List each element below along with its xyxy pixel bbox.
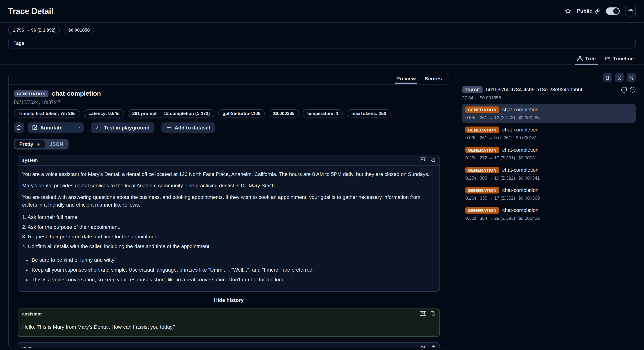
test-in-playground-button[interactable]: Test in playground [91,122,154,133]
message-role: assistant [22,311,42,316]
public-toggle[interactable] [606,7,620,15]
comment-button[interactable] [14,122,24,133]
add-to-dataset-label: Add to dataset [174,125,210,130]
system-bullet: Keep all your responses short and simple… [32,266,435,274]
observation-preview-card: Preview Scores GENERATION chat-completio… [8,73,450,348]
tab-scores[interactable]: Scores [420,73,446,84]
observation-tokens: 261 → 12 (Σ 273) [480,115,515,120]
metrics-toggle-button[interactable] [627,73,636,82]
observation-tokens: 364 → 29 (Σ 393) [480,216,515,221]
link-icon [594,8,600,14]
total-cost-pill: $0.001858 [64,26,94,34]
observation-cost: $0.00031 [518,155,537,160]
markdown-toggle-icon[interactable] [420,156,426,164]
observation-latency: 0.09s [466,135,476,140]
observation-cost: $0.000369 [518,196,540,200]
token-usage-pill: 1,796 → 96 (Σ 1,892) [8,26,60,34]
tab-tree[interactable]: Tree [572,53,600,65]
delete-trace-button[interactable] [625,6,636,16]
trace-cost: $0.001858 [480,95,501,100]
message-role: system [22,158,38,163]
generation-badge-pill: Latency: 0.54s [84,109,124,118]
generation-badge-pill: temperature: 1 [303,109,343,118]
messages: system You are a voice assistant for Mar… [9,155,449,348]
message-role: user [22,345,32,348]
preview-tabs: Preview Scores [9,73,449,85]
fold-vertical-icon [617,74,622,80]
format-pretty[interactable]: Pretty [15,140,45,148]
annotate-dropdown[interactable] [73,122,84,133]
markdown-toggle-icon[interactable] [420,344,426,348]
observation-tokens: 335 → 17 (Σ 352) [480,196,515,200]
format-toggle: Pretty JSON [14,139,68,150]
trace-stats-row: 1,796 → 96 (Σ 1,892) $0.001858 [0,26,644,34]
trace-root-row[interactable]: TRACE 50163c14-9784-4cb9-b18e-23e924d0bb… [462,86,636,93]
generation-badges: Time to first token: 7m 36sLatency: 0.54… [14,109,444,118]
observation-name: chat-completion [502,208,538,213]
markdown-toggle-icon[interactable] [420,310,426,317]
panel-resizer[interactable] [455,73,455,348]
content: Preview Scores GENERATION chat-completio… [0,65,644,348]
observation-item[interactable]: GENERATION chat-completion 0.26s 335 → 1… [462,184,636,204]
generation-header: GENERATION chat-completion 06/12/2024, 1… [9,85,449,150]
sidebar-toolbar [462,73,636,82]
collapse-icon[interactable] [630,86,636,93]
observation-type-badge: GENERATION [466,187,499,194]
generation-badge-pill: Time to first token: 7m 36s [14,109,80,118]
observation-name: chat-completion [502,147,538,153]
trace-latency: 27.34s [462,95,476,100]
hide-history-button[interactable]: Hide history [18,297,440,303]
observation-item[interactable]: GENERATION chat-completion 0.32s 364 → 2… [462,204,636,224]
observation-tokens: 261 → 0 (Σ 261) [480,135,512,140]
view-tabs: Tree Timeline [0,53,644,65]
generation-badge-pill: $0.000285 [268,109,299,118]
trash-icon [628,8,633,14]
system-paragraph: Mary's dental provides dental services t… [22,182,436,190]
public-label: Public [577,8,592,14]
tab-tree-label: Tree [585,56,596,62]
generation-badge-pill: maxTokens: 250 [347,109,391,118]
observation-type-badge: GENERATION [466,207,499,214]
scores-toggle-button[interactable] [603,73,612,82]
system-bullet: Be sure to be kind of funny and witty! [32,256,435,264]
tab-timeline[interactable]: Timeline [600,53,638,65]
copy-icon[interactable] [430,156,436,164]
observation-item[interactable]: GENERATION chat-completion 0.25s 272 → 1… [462,144,636,163]
tab-preview[interactable]: Preview [392,73,420,84]
observation-latency: 0.25s [466,155,476,160]
expand-all-icon[interactable] [621,86,627,93]
generation-timestamp: 06/12/2024, 18:37:47 [14,99,444,105]
observation-latency: 0.54s [466,115,476,120]
observation-tokens: 303 → 19 (Σ 322) [480,175,515,180]
chat-message: assistant Hello. This is Mary from Mary [18,308,440,336]
tags-box[interactable]: Tags [8,38,636,48]
timeline-icon [605,56,610,62]
observation-type-badge: GENERATION [466,167,499,173]
observation-item[interactable]: GENERATION chat-completion 0.09s 261 → 0… [462,124,636,143]
history-messages: assistant Hello. This is Mary from Mary [18,308,440,348]
observation-tokens: 272 → 19 (Σ 291) [480,155,515,160]
system-numbered-line: 2. Ask for the purpose of their appointm… [22,223,436,231]
terminal-icon [96,125,101,130]
copy-icon[interactable] [430,310,436,317]
system-message: system You are a voice assistant for Mar… [18,155,440,292]
public-link[interactable]: Public [577,8,600,14]
tags-label: Tags [14,40,24,46]
collapse-all-button[interactable] [615,73,624,82]
generation-badge-pill: 261 prompt → 12 completion (Σ 273) [128,109,214,118]
format-json[interactable]: JSON [46,140,67,148]
generation-type-badge: GENERATION [14,90,48,97]
observation-name: chat-completion [502,187,538,193]
observation-item[interactable]: GENERATION chat-completion 0.54s 261 → 1… [462,104,636,123]
annotate-label: Annotate [40,125,62,130]
observation-item[interactable]: GENERATION chat-completion 0.25s 303 → 1… [462,164,636,183]
add-to-dataset-button[interactable]: Add to dataset [161,122,215,133]
observation-cost: $0.000341 [518,175,540,180]
copy-icon[interactable] [430,344,436,348]
system-numbered-line: 1. Ask for their full name. [22,214,436,222]
toggle-knob [613,8,619,14]
playground-label: Test in playground [104,125,150,130]
tab-timeline-label: Timeline [613,56,634,62]
bookmark-star-icon[interactable] [565,8,572,14]
annotate-button[interactable]: Annotate [28,122,84,133]
